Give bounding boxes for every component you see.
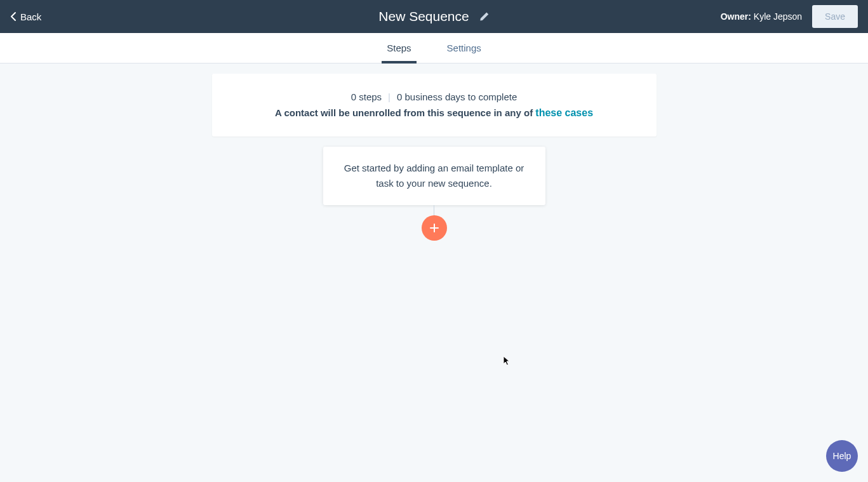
header-center: New Sequence [378,9,489,24]
chevron-left-icon [10,11,17,22]
stats-divider: | [388,91,391,102]
unenroll-cases-link[interactable]: these cases [535,107,593,118]
tab-settings[interactable]: Settings [442,33,486,64]
back-button[interactable]: Back [10,11,41,22]
app-header: Back New Sequence Owner: Kyle Jepson Sav… [0,0,868,33]
plus-icon [429,223,439,233]
mouse-cursor [503,356,512,367]
days-complete: 0 business days to complete [397,91,517,102]
add-step-button[interactable] [422,215,447,241]
header-right: Owner: Kyle Jepson Save [721,5,858,28]
summary-stats: 0 steps | 0 business days to complete [227,91,641,102]
pencil-icon[interactable] [479,11,490,22]
content-area: 0 steps | 0 business days to complete A … [0,64,868,241]
steps-count: 0 steps [351,91,382,102]
tab-steps[interactable]: Steps [382,33,416,64]
summary-card: 0 steps | 0 business days to complete A … [212,74,657,137]
back-label: Back [20,11,41,22]
tabs-bar: Steps Settings [0,33,868,64]
owner-info: Owner: Kyle Jepson [721,11,802,22]
help-button[interactable]: Help [826,440,858,472]
page-title: New Sequence [378,9,469,24]
unenroll-message: A contact will be unenrolled from this s… [227,107,641,119]
owner-label: Owner: [721,11,751,22]
unenroll-prefix: A contact will be unenrolled from this s… [275,107,535,118]
save-button[interactable]: Save [812,5,858,28]
owner-name: Kyle Jepson [754,11,802,22]
get-started-card: Get started by adding an email template … [323,147,545,205]
